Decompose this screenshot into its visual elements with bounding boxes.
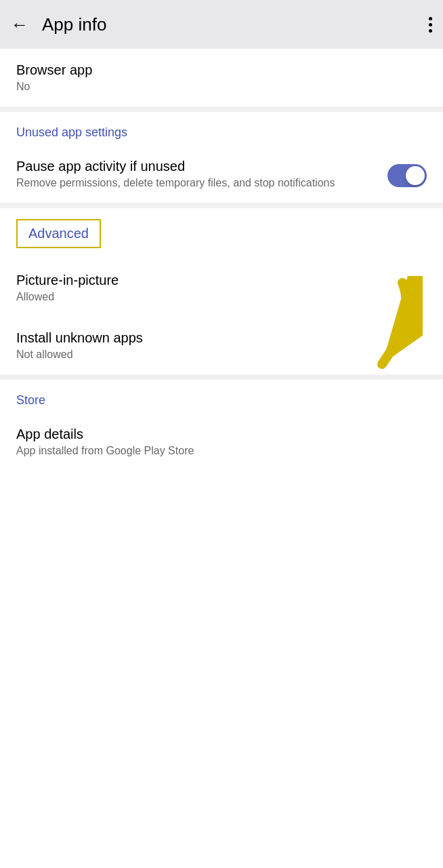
unused-app-settings-header[interactable]: Unused app settings: [0, 112, 443, 145]
back-button[interactable]: ←: [11, 14, 28, 35]
section-divider-3: [0, 374, 443, 380]
more-options-button[interactable]: [429, 17, 432, 33]
advanced-label: Advanced: [28, 226, 89, 241]
app-bar: ← App info: [0, 0, 443, 49]
content: Browser app No Unused app settings Pause…: [0, 49, 443, 471]
app-details-title: App details: [16, 427, 427, 442]
install-unknown-apps-container: Install unknown apps Not allowed: [0, 317, 443, 374]
picture-in-picture-item[interactable]: Picture-in-picture Allowed: [0, 259, 443, 317]
picture-in-picture-value: Allowed: [16, 291, 427, 303]
pause-activity-toggle[interactable]: [387, 164, 427, 187]
unused-app-settings-label: Unused app settings: [16, 125, 127, 139]
install-unknown-apps-item[interactable]: Install unknown apps Not allowed: [0, 317, 443, 374]
section-divider-2: [0, 203, 443, 208]
pause-activity-title: Pause app activity if unused: [16, 159, 377, 174]
advanced-section-box[interactable]: Advanced: [16, 219, 101, 248]
store-header: Store: [0, 380, 443, 413]
section-divider: [0, 106, 443, 112]
app-details-item[interactable]: App details App installed from Google Pl…: [0, 413, 443, 471]
install-unknown-apps-title: Install unknown apps: [16, 330, 427, 346]
toggle-thumb: [406, 166, 425, 185]
pause-activity-item[interactable]: Pause app activity if unused Remove perm…: [0, 145, 443, 203]
toggle-track: [387, 164, 427, 187]
install-unknown-apps-value: Not allowed: [16, 349, 427, 361]
store-label: Store: [16, 393, 45, 407]
browser-app-item: Browser app No: [0, 49, 443, 106]
browser-app-title: Browser app: [16, 62, 427, 78]
pause-activity-description: Remove permissions, delete temporary fil…: [16, 177, 377, 189]
pause-activity-text: Pause app activity if unused Remove perm…: [16, 159, 387, 189]
page-title: App info: [42, 14, 429, 35]
picture-in-picture-title: Picture-in-picture: [16, 273, 427, 288]
browser-app-value: No: [16, 81, 427, 93]
app-details-description: App installed from Google Play Store: [16, 445, 427, 457]
